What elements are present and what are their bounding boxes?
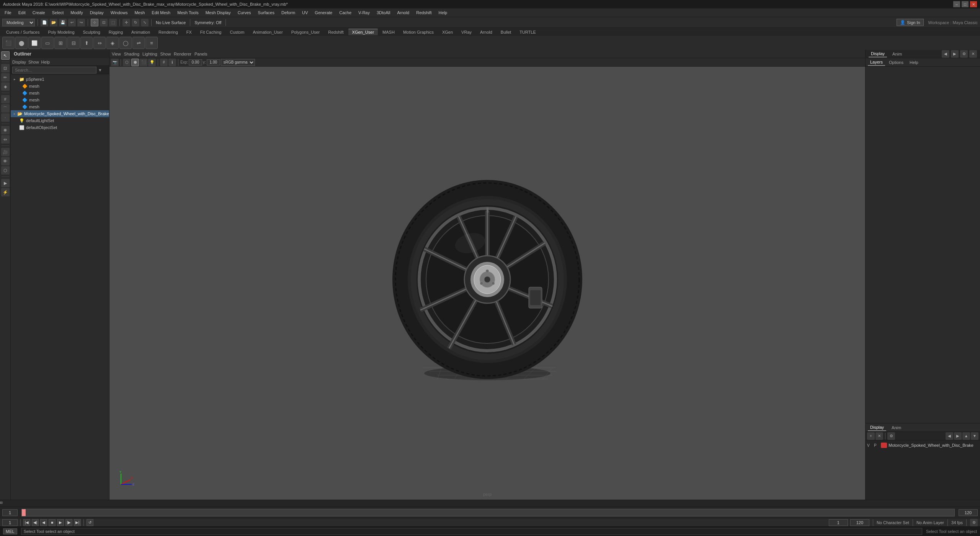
shelf-icon-poly-sphere[interactable]: ⬤ (15, 37, 28, 49)
command-input[interactable] (21, 528, 922, 535)
shelf-tab-fit-caching[interactable]: Fit Caching (196, 29, 225, 35)
shelf-tab-rendering[interactable]: Rendering (155, 29, 182, 35)
outliner-item[interactable]: ⬜defaultObjectSet (11, 124, 109, 131)
lasso-tool-button[interactable]: ⊡ (1, 64, 10, 72)
step-back-button[interactable]: ◀| (32, 519, 39, 526)
vp-grid-button[interactable]: # (160, 59, 168, 66)
outliner-item[interactable]: ▸📂Motorcycle_Spoked_Wheel_with_Disc_Brak… (11, 110, 109, 117)
shelf-icon-combine[interactable]: ⊞ (54, 37, 67, 49)
menu-item-mesh[interactable]: Mesh (131, 10, 148, 16)
play-back-button[interactable]: ◀ (40, 519, 47, 526)
outliner-help-menu[interactable]: Help (41, 60, 50, 64)
mel-badge[interactable]: MEL (3, 528, 17, 534)
playback-prefs-button[interactable]: ⚙ (970, 519, 978, 526)
menu-item-meshtools[interactable]: Mesh Tools (174, 10, 201, 16)
vp-lighting-button[interactable]: 💡 (148, 59, 156, 66)
shelf-icon-extrude[interactable]: ⬆ (80, 37, 93, 49)
anim-tab[interactable]: Anim (890, 51, 904, 57)
undo-button[interactable]: ↩ (68, 19, 76, 26)
shelf-icon-smooth[interactable]: ◯ (119, 37, 132, 49)
mode-dropdown[interactable]: Modeling Rigging Animation FX Rendering (2, 19, 35, 26)
viewport-renderer-menu[interactable]: Renderer (174, 52, 191, 56)
redo-button[interactable]: ↪ (77, 19, 85, 26)
shelf-tab-arnold[interactable]: Arnold (476, 29, 496, 35)
lasso-select-button[interactable]: ⊡ (100, 19, 108, 26)
play-forward-button[interactable]: ▶ (57, 519, 64, 526)
vp-textured-button[interactable]: ⬛ (140, 59, 147, 66)
shelf-tab-animation-user[interactable]: Animation_User (249, 29, 286, 35)
shelf-tab-motion-graphics[interactable]: Motion Graphics (399, 29, 438, 35)
shelf-tab-xgen-user[interactable]: XGen_User (348, 29, 378, 35)
current-frame-input[interactable] (2, 519, 18, 526)
shelf-tab-polygons-user[interactable]: Polygons_User (287, 29, 324, 35)
viewport-show-menu[interactable]: Show (160, 52, 171, 56)
shelf-tab-custom[interactable]: Custom (226, 29, 248, 35)
open-scene-button[interactable]: 📂 (50, 19, 57, 26)
shelf-icon-mirror[interactable]: ⇌ (132, 37, 145, 49)
vp-camera-button[interactable]: 📷 (111, 59, 119, 66)
range-end-input[interactable] (850, 519, 869, 526)
menu-item-cache[interactable]: Cache (336, 10, 354, 16)
maximize-button[interactable]: □ (962, 1, 969, 7)
colorspace-select[interactable]: sRGB gamma Linear (221, 59, 255, 66)
move-tool-button[interactable]: ✛ (122, 19, 130, 26)
sign-in-button[interactable]: 👤 Sign In (897, 19, 923, 26)
shelf-icon-poly-cylinder[interactable]: ⬜ (28, 37, 41, 49)
layer-up-button[interactable]: ◀ (946, 432, 953, 440)
shelf-tab-poly-modeling[interactable]: Poly Modeling (44, 29, 78, 35)
scale-tool-button[interactable]: ⤡ (141, 19, 149, 26)
close-button[interactable]: ✕ (970, 1, 977, 7)
go-to-end-button[interactable]: ▶| (74, 519, 81, 526)
time-slider-marker[interactable] (22, 509, 26, 516)
frame-end-input[interactable] (959, 509, 978, 516)
menu-item-uv[interactable]: UV (299, 10, 311, 16)
settings-button[interactable]: ⚙ (960, 50, 968, 58)
menu-item-dtoall[interactable]: 3DtoAll (374, 10, 393, 16)
menu-item-meshdisplay[interactable]: Mesh Display (203, 10, 234, 16)
outliner-item[interactable]: 🔷mesh (11, 90, 109, 96)
window-controls[interactable]: – □ ✕ (953, 1, 977, 7)
layer-collapse-button[interactable]: ▼ (971, 432, 978, 440)
shelf-icon-poly-cube[interactable]: ⬛ (2, 37, 15, 49)
frame-start-input[interactable] (2, 509, 18, 516)
range-start-input[interactable] (829, 519, 848, 526)
save-scene-button[interactable]: 💾 (59, 19, 67, 26)
menu-item-select[interactable]: Select (49, 10, 67, 16)
select-tool-button[interactable]: ⊹ (91, 19, 98, 26)
menu-item-redshift[interactable]: Redshift (413, 10, 434, 16)
vp-wireframe-button[interactable]: ⬡ (123, 59, 131, 66)
go-to-start-button[interactable]: |◀ (23, 519, 30, 526)
display-layer-tab[interactable]: Display (868, 424, 886, 431)
menu-item-windows[interactable]: Windows (108, 10, 131, 16)
menu-item-vray[interactable]: V-Ray (355, 10, 373, 16)
shelf-tab-redshift[interactable]: Redshift (324, 29, 347, 35)
select-mode-button[interactable]: ↖ (1, 51, 10, 60)
shelf-icon-insert-edgeloop[interactable]: ≡ (145, 37, 158, 49)
shelf-tab-animation[interactable]: Animation (127, 29, 154, 35)
time-slider-track[interactable] (21, 509, 955, 516)
stop-button[interactable]: ■ (49, 519, 56, 526)
menu-item-display[interactable]: Display (87, 10, 107, 16)
menu-item-surfaces[interactable]: Surfaces (255, 10, 278, 16)
layer-name[interactable]: Motorcycle_Spoked_Wheel_with_Disc_Brake (889, 443, 978, 448)
gamma-input[interactable] (207, 59, 220, 65)
outliner-item[interactable]: ▸📁pSphere1 (11, 76, 109, 83)
loop-button[interactable]: ↺ (87, 519, 93, 526)
anim-layer-tab[interactable]: Anim (889, 425, 903, 431)
outliner-item[interactable]: 💡defaultLightSet (11, 117, 109, 124)
step-forward-button[interactable]: |▶ (65, 519, 72, 526)
options-sub-tab[interactable]: Options (887, 59, 906, 65)
minimize-button[interactable]: – (953, 1, 960, 7)
menu-item-curves[interactable]: Curves (235, 10, 254, 16)
rotate-tool-button[interactable]: ↻ (132, 19, 139, 26)
layer-expand-button[interactable]: ▲ (962, 432, 970, 440)
new-scene-button[interactable]: 📄 (41, 19, 48, 26)
camera-tools-button[interactable]: 🎥 (1, 148, 10, 156)
soft-select-button[interactable]: ❋ (1, 126, 10, 134)
search-input[interactable] (12, 67, 96, 74)
display-tab[interactable]: Display (869, 51, 887, 57)
ipr-button[interactable]: ⚡ (1, 188, 10, 196)
menu-item-editmesh[interactable]: Edit Mesh (149, 10, 173, 16)
outliner-item[interactable]: 🔶mesh (11, 83, 109, 90)
symmetry-button[interactable]: ⇔ (1, 135, 10, 144)
